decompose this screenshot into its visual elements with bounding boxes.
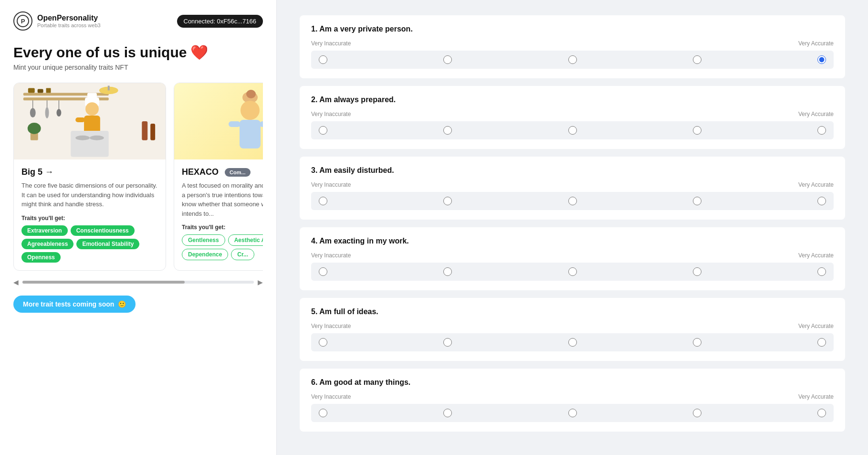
trait-agreeableness: Agreeableness bbox=[21, 239, 73, 249]
radio-option-1-1[interactable] bbox=[319, 55, 327, 64]
trait-gentleness: Gentleness bbox=[182, 234, 225, 246]
hexaco-card[interactable]: HEXACO Com... A test focused on morality… bbox=[174, 83, 263, 271]
radio-option-3-4[interactable] bbox=[693, 197, 701, 205]
radio-option-6-2[interactable] bbox=[443, 409, 452, 417]
scroll-right-arrow[interactable]: ▶ bbox=[258, 278, 263, 286]
left-panel: P OpenPersonality Portable traits across… bbox=[0, 0, 277, 455]
radio-option-4-4[interactable] bbox=[693, 267, 701, 276]
radio-option-2-4[interactable] bbox=[693, 126, 701, 135]
radio-option-3-1[interactable] bbox=[319, 197, 327, 205]
more-soon-button[interactable]: More trait tests coming soon 🙂 bbox=[13, 296, 136, 313]
hexaco-desc: A test focused on morality and Character… bbox=[182, 181, 263, 218]
question-text-2: 2. Am always prepared. bbox=[311, 95, 834, 104]
radio-option-1-2[interactable] bbox=[443, 55, 452, 64]
hero-emoji: ❤️ bbox=[190, 44, 208, 61]
hero-heading: Every one of us is unique ❤️ bbox=[13, 44, 263, 61]
radio-option-1-3[interactable] bbox=[568, 55, 577, 64]
radio-row-6 bbox=[311, 404, 834, 422]
label-left-4: Very Inaccurate bbox=[311, 252, 351, 259]
radio-option-3-2[interactable] bbox=[443, 197, 452, 205]
radio-option-2-2[interactable] bbox=[443, 126, 452, 135]
big5-card-image bbox=[14, 83, 166, 159]
radio-option-3-5[interactable] bbox=[817, 197, 826, 205]
svg-rect-17 bbox=[87, 93, 97, 99]
trait-extraversion: Extraversion bbox=[21, 225, 68, 236]
big5-title: Big 5 → bbox=[21, 167, 158, 177]
radio-option-1-5[interactable] bbox=[817, 55, 826, 64]
scroll-left-arrow[interactable]: ◀ bbox=[13, 278, 19, 286]
svg-rect-7 bbox=[46, 88, 51, 93]
scale-labels-2: Very InaccurateVery Accurate bbox=[311, 111, 834, 117]
svg-point-9 bbox=[30, 108, 36, 117]
label-left-6: Very Inaccurate bbox=[311, 393, 351, 400]
question-block-5: 5. Am full of ideas.Very InaccurateVery … bbox=[300, 298, 845, 361]
cards-scroll-container: Big 5 → The core five basic dimensions o… bbox=[13, 83, 263, 286]
svg-point-11 bbox=[45, 107, 49, 118]
radio-option-2-3[interactable] bbox=[568, 126, 577, 135]
label-right-2: Very Accurate bbox=[798, 111, 834, 117]
radio-option-2-5[interactable] bbox=[817, 126, 826, 135]
hero-text: Every one of us is unique bbox=[13, 44, 187, 61]
svg-rect-5 bbox=[28, 88, 35, 93]
big5-traits-label: Traits you'll get: bbox=[21, 215, 158, 222]
radio-option-4-2[interactable] bbox=[443, 267, 452, 276]
svg-rect-31 bbox=[240, 120, 261, 148]
app-subtitle: Portable traits across web3 bbox=[37, 22, 101, 28]
trait-dependence: Dependence bbox=[182, 249, 228, 260]
hexaco-traits-list: Gentleness Aesthetic Appre... Dependence… bbox=[182, 234, 263, 260]
radio-option-1-4[interactable] bbox=[693, 55, 701, 64]
question-text-6: 6. Am good at many things. bbox=[311, 378, 834, 387]
svg-text:P: P bbox=[21, 18, 25, 25]
radio-option-5-5[interactable] bbox=[817, 338, 826, 347]
big5-desc: The core five basic dimensions of our pe… bbox=[21, 181, 158, 209]
scroll-strip: ◀ ▶ bbox=[13, 278, 263, 286]
radio-option-5-3[interactable] bbox=[568, 338, 577, 347]
scale-labels-3: Very InaccurateVery Accurate bbox=[311, 181, 834, 188]
radio-option-6-4[interactable] bbox=[693, 409, 701, 417]
svg-rect-6 bbox=[38, 89, 43, 93]
radio-option-6-5[interactable] bbox=[817, 409, 826, 417]
label-left-5: Very Inaccurate bbox=[311, 323, 351, 329]
radio-option-6-3[interactable] bbox=[568, 409, 577, 417]
radio-row-4 bbox=[311, 263, 834, 281]
question-block-6: 6. Am good at many things.Very Inaccurat… bbox=[300, 369, 845, 432]
label-right-4: Very Accurate bbox=[798, 252, 834, 259]
label-left-3: Very Inaccurate bbox=[311, 181, 351, 188]
label-right-3: Very Accurate bbox=[798, 181, 834, 188]
radio-option-4-3[interactable] bbox=[568, 267, 577, 276]
svg-point-27 bbox=[28, 123, 41, 134]
radio-option-4-5[interactable] bbox=[817, 267, 826, 276]
svg-point-18 bbox=[85, 102, 99, 116]
svg-point-30 bbox=[246, 90, 256, 98]
question-block-3: 3. Am easily disturbed.Very InaccurateVe… bbox=[300, 157, 845, 220]
radio-option-6-1[interactable] bbox=[319, 409, 327, 417]
hero-subheading: Mint your unique personality traits NFT bbox=[13, 63, 263, 71]
scale-labels-4: Very InaccurateVery Accurate bbox=[311, 252, 834, 259]
radio-option-5-2[interactable] bbox=[443, 338, 452, 347]
big5-card-body: Big 5 → The core five basic dimensions o… bbox=[14, 159, 166, 270]
radio-row-1 bbox=[311, 51, 834, 69]
big5-card[interactable]: Big 5 → The core five basic dimensions o… bbox=[13, 83, 166, 271]
label-right-1: Very Accurate bbox=[798, 40, 834, 47]
radio-option-3-3[interactable] bbox=[568, 197, 577, 205]
svg-rect-15 bbox=[108, 85, 110, 90]
radio-option-5-4[interactable] bbox=[693, 338, 701, 347]
hexaco-coming-soon: Com... bbox=[225, 168, 251, 177]
logo-text: OpenPersonality Portable traits across w… bbox=[37, 14, 101, 28]
scale-labels-5: Very InaccurateVery Accurate bbox=[311, 323, 834, 329]
radio-row-2 bbox=[311, 121, 834, 139]
radio-option-5-1[interactable] bbox=[319, 338, 327, 347]
scale-labels-1: Very InaccurateVery Accurate bbox=[311, 40, 834, 47]
svg-rect-24 bbox=[142, 121, 147, 140]
app-title: OpenPersonality bbox=[37, 14, 101, 22]
connected-badge: Connected: 0xF56c...7166 bbox=[177, 15, 263, 28]
trait-emotional-stability: Emotional Stability bbox=[76, 239, 139, 249]
question-block-2: 2. Am always prepared.Very InaccurateVer… bbox=[300, 86, 845, 149]
radio-row-5 bbox=[311, 333, 834, 351]
svg-rect-25 bbox=[150, 124, 155, 140]
radio-option-2-1[interactable] bbox=[319, 126, 327, 135]
question-block-4: 4. Am exacting in my work.Very Inaccurat… bbox=[300, 227, 845, 290]
label-right-5: Very Accurate bbox=[798, 323, 834, 329]
question-text-3: 3. Am easily disturbed. bbox=[311, 166, 834, 175]
radio-option-4-1[interactable] bbox=[319, 267, 327, 276]
